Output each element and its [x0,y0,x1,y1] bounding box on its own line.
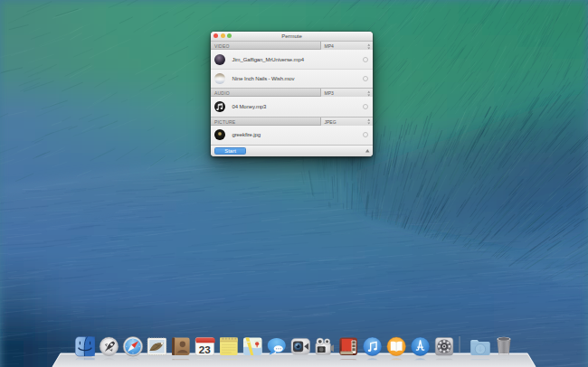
svg-text:23: 23 [199,343,212,355]
